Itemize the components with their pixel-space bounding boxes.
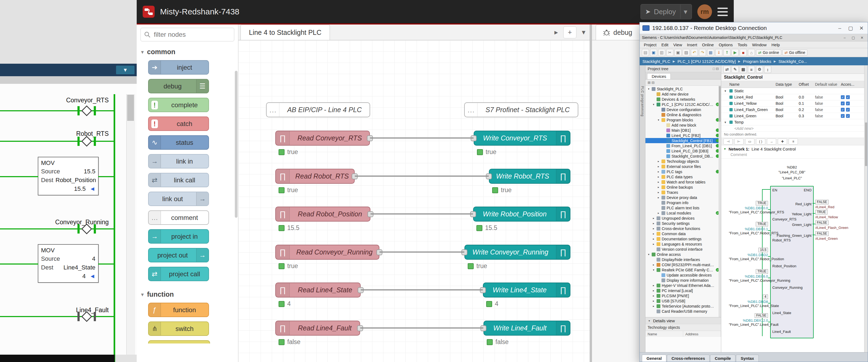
ladder-element-button[interactable]: ⊢ <box>734 139 744 144</box>
tree-item[interactable]: Display/hide interfaces <box>645 257 721 262</box>
checkbox-checked[interactable]: ✓ <box>846 102 850 105</box>
tree-item[interactable]: ▸ PLC data types <box>645 174 721 179</box>
toolbar-icon[interactable]: ▶ <box>732 49 739 56</box>
expander-icon[interactable]: ▸ <box>657 196 660 199</box>
menu-item[interactable]: Project <box>641 43 659 47</box>
tree-item[interactable]: ▸ Online backups <box>645 185 721 190</box>
inspector-tab[interactable]: Syntax <box>736 355 758 362</box>
tree-item[interactable]: ▸ PLCSIM [PN/IE] <box>645 293 721 298</box>
tree-item[interactable]: ▾ Program blocks <box>645 117 721 122</box>
checkbox-checked[interactable]: ✓ <box>841 114 845 118</box>
checkbox-checked[interactable]: ✓ <box>841 108 845 112</box>
editor-tool-icon[interactable]: ▦ <box>740 66 747 73</box>
palette-node[interactable]: ƒ function <box>148 303 209 317</box>
palette-node[interactable]: ∿ status <box>148 135 209 150</box>
tree-mini-toolbar[interactable]: ⊞ ⊟ <box>645 80 721 86</box>
menu-item[interactable]: Online <box>700 43 716 47</box>
toolbar-icon[interactable]: ⇑ <box>723 49 731 56</box>
ladder-contact[interactable] <box>78 224 96 234</box>
write-node[interactable]: ∏ Write Robot_RTS <box>489 169 570 184</box>
breadcrumb-item[interactable]: Stacklight_Co... <box>771 59 807 64</box>
flow-list-caret[interactable]: ▾ <box>582 28 585 36</box>
editor-tool-icon[interactable]: ↕ <box>764 66 771 73</box>
expander-icon[interactable]: ▸ <box>657 186 660 189</box>
ladder-contact[interactable] <box>78 136 96 146</box>
ladder-element-button[interactable]: ⊣ <box>723 139 733 144</box>
write-node[interactable]: ∏ Write Conveyor_Running <box>464 245 570 260</box>
expander-icon[interactable]: ▾ <box>647 87 650 90</box>
ladder-element-button[interactable]: ≡ <box>788 139 798 144</box>
variable-row[interactable]: <Add new> ✓✓ <box>721 126 868 132</box>
tree-item[interactable]: ▾ Realtek PCIe GBE Family Con... ✓ <box>645 267 721 273</box>
tree-item[interactable]: Card Reader/USB memory <box>645 309 721 314</box>
tree-item[interactable]: ▸ PLC tags <box>645 169 721 174</box>
expander-icon[interactable]: ▸ <box>657 212 660 215</box>
palette-category-function[interactable]: ▾ function <box>137 285 238 302</box>
ladder-element-button[interactable]: ✚ <box>778 139 787 144</box>
toolbar-icon[interactable]: ■ <box>740 49 747 56</box>
tree-item[interactable]: Add new device <box>645 91 721 96</box>
tree-item[interactable]: Stacklight_Control [FB1] <box>645 138 721 143</box>
expander-icon[interactable]: ▾ <box>652 103 655 106</box>
tree-item[interactable]: Devices & networks <box>645 96 721 102</box>
palette-node[interactable]: → link out <box>148 192 209 206</box>
write-node[interactable]: ∏ Write Line4_Fault <box>484 321 570 336</box>
tree-item[interactable]: From_Line4_PLC [DB1] <box>645 143 721 148</box>
sidebar-splitter[interactable] <box>590 25 592 362</box>
palette-node[interactable]: ☰ debug <box>148 79 209 93</box>
checkbox-checked[interactable]: ✓ <box>846 114 850 118</box>
maximize-button[interactable]: ▢ <box>847 25 854 31</box>
minimize-button[interactable]: – <box>836 25 843 31</box>
main-menu-button[interactable] <box>717 8 728 16</box>
ladder-scrollbar[interactable] <box>126 94 135 355</box>
ladder-contact[interactable] <box>78 106 96 116</box>
search-input[interactable] <box>153 30 220 39</box>
wire[interactable] <box>379 251 464 253</box>
tia-titlebar[interactable]: Siemens - C:\Users\richard\Documents\Aut… <box>640 34 868 41</box>
minimize-button[interactable]: – <box>841 36 848 40</box>
tree-item[interactable]: ▸ Hyper-V Virtual Ethernet Adap... <box>645 283 721 288</box>
collapsed-panel-strip[interactable]: PLC programming <box>640 65 645 352</box>
editor-tool-icon[interactable]: ⚙ <box>756 66 763 73</box>
palette-node[interactable]: → project out <box>148 248 209 262</box>
toolbar-icon[interactable]: ↶ <box>691 49 698 56</box>
rdp-titlebar[interactable]: 192.168.0.137 - Remote Desktop Connectio… <box>640 22 868 34</box>
tree-item[interactable]: Update accessible devices <box>645 273 721 278</box>
expander-icon[interactable]: ▸ <box>652 243 655 246</box>
expander-icon[interactable]: ▸ <box>652 294 655 297</box>
ladder-element-button[interactable]: ▭ <box>745 139 754 144</box>
expander-icon[interactable]: ▸ <box>657 165 660 168</box>
toolbar-icon[interactable]: ⌂ <box>748 49 755 56</box>
group-marker[interactable]: ▼ <box>721 121 730 124</box>
expander-icon[interactable]: ▸ <box>652 305 655 308</box>
palette-node[interactable]: ! catch <box>148 116 209 131</box>
palette-node[interactable]: ⋔ switch <box>148 322 209 336</box>
tree-item[interactable]: ▸ Traces <box>645 190 721 195</box>
tree-item[interactable]: ▸ Ungrouped devices <box>645 216 721 221</box>
column-offset[interactable]: Offset <box>799 82 815 87</box>
tree-item[interactable]: ▸ Documentation settings <box>645 236 721 242</box>
inspector-tab[interactable]: General <box>642 355 666 362</box>
column-datatype[interactable]: Data type <box>776 82 799 87</box>
write-node[interactable]: ∏ Write Conveyor_RTS <box>474 131 570 146</box>
variable-row[interactable]: ▼ Static ✓✓ <box>721 88 868 94</box>
tree-item[interactable]: Line4_PLC_DB [DB3] <box>645 148 721 154</box>
variable-row[interactable]: Line4_Flash_Green Bool 0.2 false ✓✓ <box>721 107 868 113</box>
wire[interactable] <box>354 175 489 177</box>
wire[interactable] <box>370 137 474 139</box>
go-online-button[interactable]: ⇄ Go online <box>756 50 781 56</box>
toolbar-icon[interactable]: ▨ <box>683 49 690 56</box>
go-offline-button[interactable]: ⇄ Go offline <box>782 50 807 56</box>
palette-node-partial[interactable] <box>148 340 210 343</box>
variable-row[interactable]: Line4_Red Bool 0.0 false ✓✓ <box>721 94 868 101</box>
menu-item[interactable]: Options <box>716 43 735 47</box>
tree-item[interactable]: Device configuration <box>645 107 721 112</box>
input-operand[interactable]: TRUE %DB1.DBX0.1 "From_Line4_PLC".Robot_… <box>729 222 768 235</box>
inspector-tab[interactable]: Cross-references <box>667 355 710 362</box>
tree-scrollbar[interactable] <box>718 86 721 317</box>
menu-item[interactable]: Edit <box>659 43 671 47</box>
palette-node[interactable]: ! complete <box>148 98 209 112</box>
scrollbar-thumb[interactable] <box>127 95 134 121</box>
tree-item[interactable]: ▸ COM [RS232/PPI multi-master c... <box>645 262 721 267</box>
output-operand[interactable]: FALSE #Line4_Green <box>815 231 856 241</box>
